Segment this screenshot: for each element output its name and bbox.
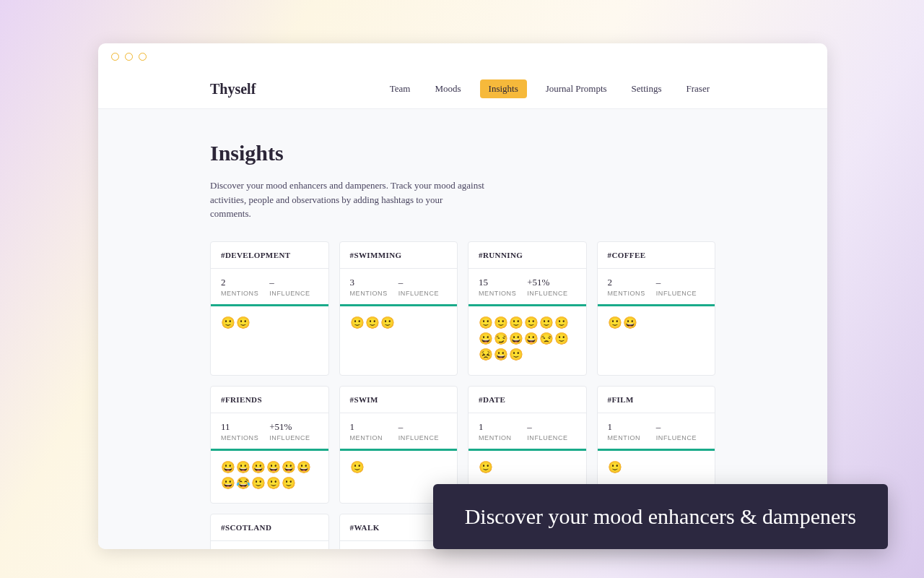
card-emojis: 🙂 — [598, 451, 715, 487]
card-stats: 11 MENTIONS +51% INFLUENCE — [211, 413, 328, 451]
page-subtitle: Discover your mood enhancers and dampene… — [210, 178, 484, 221]
nav-item-moods[interactable]: Moods — [429, 79, 466, 98]
influence-label: INFLUENCE — [269, 290, 318, 297]
card-header: #DATE — [468, 387, 586, 413]
mentions-label: MENTIONS — [221, 434, 269, 441]
card-emojis: 🙂😀 — [598, 306, 715, 342]
card-stats: 1 MENTION – INFLUENCE — [598, 413, 715, 451]
card-tag: #FILM — [608, 395, 705, 404]
nav-item-insights[interactable]: Insights — [480, 79, 527, 98]
window-titlebar — [98, 43, 827, 69]
marketing-overlay: Discover your mood enhancers & dampeners — [433, 484, 888, 549]
influence-value: – — [656, 421, 705, 433]
influence-label: INFLUENCE — [269, 434, 318, 441]
mentions-label: MENTIONS — [608, 290, 656, 297]
influence-value: – — [398, 421, 447, 433]
card-stats: 2 MENTIONS – INFLUENCE — [598, 269, 715, 306]
card-stats: 1 MENTION – INFLUENCE — [340, 413, 458, 451]
card-emojis: 🙂🙂 — [211, 306, 328, 342]
insight-card[interactable]: #DEVELOPMENT 2 MENTIONS – INFLUENCE 🙂🙂 — [210, 241, 329, 376]
mentions-label: MENTIONS — [479, 290, 527, 297]
card-emojis: 😀😀😀😀😀😀😀😂🙂🙂🙂 — [211, 451, 328, 504]
window-maximize-dot[interactable] — [139, 53, 147, 61]
influence-value: – — [269, 277, 318, 288]
card-emojis: 🙂 — [340, 451, 458, 487]
mentions-label: MENTIONS — [221, 290, 269, 297]
nav-item-team[interactable]: Team — [384, 79, 417, 98]
card-tag: #SWIM — [350, 395, 448, 404]
insight-card[interactable]: #SWIMMING 3 MENTIONS – INFLUENCE 🙂🙂🙂 — [339, 241, 458, 376]
app-viewport: Thyself TeamMoodsInsightsJournal Prompts… — [98, 69, 827, 549]
card-tag: #WALK — [350, 523, 448, 532]
influence-label: INFLUENCE — [656, 290, 705, 297]
influence-label: INFLUENCE — [656, 434, 705, 441]
influence-value: – — [398, 277, 447, 288]
card-header: #FRIENDS — [211, 387, 328, 413]
insight-card[interactable]: #SCOTLAND 1 MENTION – INFLUENCE 🙂 — [210, 514, 329, 549]
insight-card[interactable]: #COFFEE 2 MENTIONS – INFLUENCE 🙂😀 — [597, 241, 716, 376]
card-tag: #SCOTLAND — [221, 523, 318, 532]
card-header: #SCOTLAND — [211, 514, 328, 541]
insight-card[interactable]: #RUNNING 15 MENTIONS +51% INFLUENCE 🙂🙂🙂🙂… — [468, 241, 587, 376]
card-tag: #DATE — [479, 395, 576, 404]
card-header: #DEVELOPMENT — [211, 242, 328, 269]
card-header: #FILM — [598, 387, 715, 413]
card-stats: 3 MENTIONS – INFLUENCE — [340, 269, 458, 306]
window-minimize-dot[interactable] — [125, 53, 133, 61]
app-header: Thyself TeamMoodsInsightsJournal Prompts… — [98, 69, 827, 109]
influence-value: – — [527, 421, 575, 433]
card-stats: 15 MENTIONS +51% INFLUENCE — [468, 269, 586, 306]
card-tag: #SWIMMING — [350, 251, 448, 259]
main-nav: TeamMoodsInsightsJournal PromptsSettings… — [384, 79, 715, 98]
mentions-label: MENTION — [479, 434, 527, 441]
influence-label: INFLUENCE — [398, 290, 447, 297]
card-tag: #RUNNING — [479, 251, 576, 259]
card-header: #COFFEE — [598, 242, 715, 269]
page-title: Insights — [210, 141, 715, 165]
main-content: Insights Discover your mood enhancers an… — [210, 109, 715, 549]
influence-label: INFLUENCE — [527, 290, 575, 297]
mentions-value: 2 — [608, 277, 656, 288]
card-header: #SWIM — [340, 387, 458, 413]
mentions-label: MENTION — [350, 434, 398, 441]
nav-item-fraser[interactable]: Fraser — [681, 79, 716, 98]
card-stats: 2 MENTIONS – INFLUENCE — [211, 269, 328, 306]
mentions-value: 2 — [221, 277, 269, 288]
mentions-value: 1 — [350, 421, 398, 433]
mentions-value: 1 — [479, 421, 527, 433]
card-stats: 1 MENTION – INFLUENCE — [468, 413, 586, 451]
brand-logo[interactable]: Thyself — [210, 81, 256, 98]
mentions-value: 15 — [479, 277, 527, 288]
mentions-value: 1 — [608, 421, 656, 433]
mentions-value: 11 — [221, 421, 269, 433]
influence-value: +51% — [527, 277, 575, 288]
card-emojis: 🙂 — [468, 451, 586, 487]
card-stats: 1 MENTION – INFLUENCE — [211, 541, 328, 549]
influence-value: – — [656, 277, 705, 288]
nav-item-journal-prompts[interactable]: Journal Prompts — [540, 79, 613, 98]
card-tag: #COFFEE — [608, 251, 705, 259]
influence-label: INFLUENCE — [398, 434, 447, 441]
mentions-label: MENTION — [608, 434, 656, 441]
card-header: #SWIMMING — [340, 242, 458, 269]
card-tag: #FRIENDS — [221, 395, 318, 404]
mentions-value: 3 — [350, 277, 398, 288]
card-emojis: 🙂🙂🙂 — [340, 306, 458, 342]
nav-item-settings[interactable]: Settings — [626, 79, 668, 98]
insight-card[interactable]: #FRIENDS 11 MENTIONS +51% INFLUENCE 😀😀😀😀… — [210, 386, 329, 504]
browser-window: Thyself TeamMoodsInsightsJournal Prompts… — [98, 43, 827, 549]
card-tag: #DEVELOPMENT — [221, 251, 318, 259]
window-close-dot[interactable] — [111, 53, 119, 61]
influence-value: +51% — [269, 421, 318, 433]
card-emojis: 🙂🙂🙂🙂🙂🙂😀😏😀😀😒🙂😣😀🙂 — [468, 306, 586, 375]
card-header: #RUNNING — [468, 242, 586, 269]
mentions-label: MENTIONS — [350, 290, 398, 297]
influence-label: INFLUENCE — [527, 434, 575, 441]
